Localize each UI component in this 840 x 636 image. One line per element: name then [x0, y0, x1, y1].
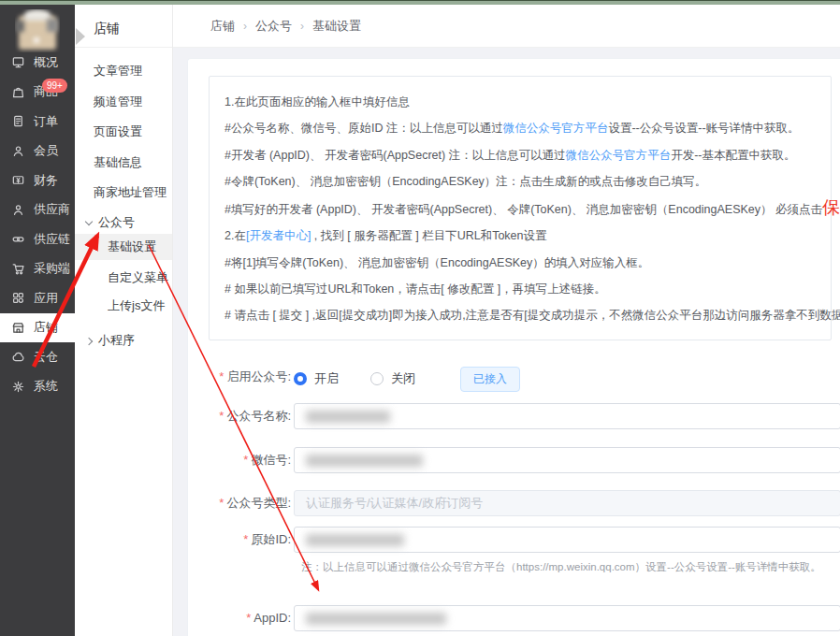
sidebar-item-label: 财务	[34, 172, 58, 189]
sidebar-item-orders[interactable]: 订单	[0, 107, 75, 137]
instruction-line: #令牌(ToKen)、 消息加密密钥（EncodingAESKey）注：点击生成…	[224, 168, 816, 195]
official-account-name-input[interactable]	[294, 403, 840, 429]
radio-label[interactable]: 开启	[314, 370, 339, 387]
inline-link[interactable]: [开发者中心]	[246, 229, 311, 242]
field-control	[294, 403, 840, 429]
sidebar-item-finance[interactable]: 财务	[0, 166, 75, 195]
account-type-input[interactable]: 认证服务号/认证媒体/政府订阅号	[294, 490, 840, 516]
app-logo[interactable]	[15, 9, 60, 52]
submenu-item-merchant-address[interactable]: 商家地址管理	[75, 180, 172, 206]
inline-link[interactable]: 微信公众号官方平台	[566, 149, 672, 162]
sidebar-item-supplier[interactable]: 供应商	[0, 195, 75, 225]
original-id-input[interactable]	[294, 527, 840, 553]
instruction-text: #公众号名称、微信号、原始ID 注：以上信息可以通过	[224, 122, 503, 135]
original-id-row: *原始ID:	[188, 527, 840, 553]
instruction-text: 1.在此页面相应的输入框中填好信息	[224, 95, 410, 108]
redacted-value	[306, 534, 404, 546]
sidebar-item-system[interactable]: 系统	[0, 372, 75, 402]
instruction-text: 开发--基本配置中获取。	[671, 149, 795, 162]
instruction-text: # 请点击 [ 提交 ] ,返回[提交成功]即为接入成功,注意是否有[提交成功提…	[224, 309, 840, 322]
submenu-item-article-manage[interactable]: 文章管理	[75, 58, 172, 84]
radio-label[interactable]: 关闭	[391, 370, 415, 387]
bag-icon	[11, 85, 25, 99]
main-content: 1.在此页面相应的输入框中填好信息#公众号名称、微信号、原始ID 注：以上信息可…	[173, 48, 840, 636]
sidebar-item-members[interactable]: 会员	[0, 137, 75, 166]
sidebar-item-overview[interactable]: 概况	[0, 48, 75, 78]
field-label: *公众号类型:	[188, 490, 291, 516]
breadcrumb-item[interactable]: 基础设置	[312, 19, 361, 33]
instruction-line: # 请点击 [ 提交 ] ,返回[提交成功]即为接入成功,注意是否有[提交成功提…	[224, 302, 816, 328]
inline-link[interactable]: 微信公众号官方平台	[503, 122, 609, 135]
cloud-icon	[11, 350, 25, 364]
submenu-item-upload-js-file[interactable]: 上传js文件	[75, 293, 172, 319]
sidebar-item-supply-chain[interactable]: 供应链	[0, 224, 75, 254]
breadcrumb-separator: ›	[243, 20, 247, 33]
field-label: *微信号:	[188, 447, 291, 473]
sidebar-item-apps[interactable]: 应用	[0, 283, 75, 313]
submenu-item-official-account[interactable]: 公众号	[75, 210, 172, 236]
save-emphasis-text: 保存	[822, 197, 840, 217]
instruction-line: #公众号名称、微信号、原始ID 注：以上信息可以通过微信公众号官方平台设置--公…	[224, 115, 816, 141]
sidebar-item-shop[interactable]: 店铺	[0, 313, 75, 343]
sidebar-item-label: 应用	[34, 290, 58, 307]
wechat-id-row: *微信号:	[188, 447, 840, 473]
supplier-icon	[11, 203, 25, 217]
monitor-icon	[11, 55, 25, 69]
content-card: 1.在此页面相应的输入框中填好信息#公众号名称、微信号、原始ID 注：以上信息可…	[187, 58, 840, 636]
submenu-item-label: 文章管理	[94, 64, 142, 78]
instruction-line: 2.在[开发者中心] , 找到 [ 服务器配置 ] 栏目下URL和Token设置	[224, 223, 816, 249]
gear-icon	[11, 380, 25, 394]
field-note: 注：以上信息可以通过微信公众号官方平台（https://mp.weixin.qq…	[301, 560, 821, 574]
breadcrumb-item[interactable]: 店铺	[210, 19, 235, 33]
submenu-item-page-setting[interactable]: 页面设置	[75, 119, 172, 145]
field-control: 认证服务号/认证媒体/政府订阅号	[294, 490, 840, 516]
instruction-line: # 如果以前已填写过URL和Token，请点击[ 修改配置 ]，再填写上述链接。	[224, 276, 816, 302]
radio-off[interactable]	[370, 372, 384, 385]
sidebar-collapse-handle[interactable]	[76, 28, 85, 45]
instruction-text: #令牌(ToKen)、 消息加密密钥（EncodingAESKey）注：点击生成…	[224, 175, 706, 188]
required-mark: *	[219, 369, 224, 383]
submenu-item-label: 基础信息	[94, 155, 142, 169]
finance-icon	[11, 173, 25, 187]
breadcrumb-item[interactable]: 公众号	[255, 19, 292, 33]
primary-sidebar-menu: 概况商品99+订单会员财务供应商供应链采购端应用店铺云仓系统	[0, 48, 75, 401]
radio-on[interactable]	[294, 372, 307, 385]
appid-input[interactable]	[294, 605, 840, 631]
sidebar-item-label: 系统	[34, 378, 58, 395]
submenu-item-mini-program[interactable]: 小程序	[75, 327, 172, 354]
wechat-id-input[interactable]	[294, 447, 840, 473]
sidebar-item-label: 订单	[34, 113, 58, 130]
connected-status-button[interactable]: 已接入	[460, 367, 520, 392]
instruction-text: #开发者 (AppID)、 开发者密码(AppSecret) 注：以上信息可以通…	[224, 149, 566, 162]
submenu-item-custom-menu[interactable]: 自定义菜单	[75, 265, 172, 291]
shop-icon	[11, 321, 25, 335]
primary-sidebar: 概况商品99+订单会员财务供应商供应链采购端应用店铺云仓系统	[0, 5, 75, 636]
instruction-line: #填写好的开发者 (AppID)、 开发者密码(AppSecret)、 令牌(T…	[224, 195, 816, 223]
enable-official-account-row: *启用公众号:开启关闭已接入	[188, 364, 840, 390]
apps-icon	[11, 291, 25, 305]
submenu-item-basic-setting[interactable]: 基础设置	[75, 234, 172, 260]
field-control	[294, 527, 840, 553]
submenu-item-label: 基础设置	[108, 239, 156, 253]
instruction-text: #填写好的开发者 (AppID)、 开发者密码(AppSecret)、 令牌(T…	[224, 203, 822, 216]
instruction-text: 设置--公众号设置--账号详情中获取。	[608, 122, 799, 135]
submenu-item-basic-info[interactable]: 基础信息	[75, 150, 172, 176]
sidebar-item-cloud-depot[interactable]: 云仓	[0, 342, 75, 372]
member-icon	[11, 144, 25, 158]
submenu-item-label: 上传js文件	[108, 298, 165, 312]
instruction-line: #开发者 (AppID)、 开发者密码(AppSecret) 注：以上信息可以通…	[224, 142, 816, 168]
field-control	[294, 605, 840, 631]
required-mark: *	[246, 611, 251, 625]
required-mark: *	[219, 496, 224, 510]
sidebar-item-label: 云仓	[34, 349, 58, 366]
count-badge: 99+	[42, 79, 67, 93]
sidebar-item-goods[interactable]: 商品99+	[0, 78, 75, 108]
official-account-name-row: *公众号名称:	[188, 403, 840, 429]
account-type-row: *公众号类型:认证服务号/认证媒体/政府订阅号	[188, 490, 840, 516]
submenu-item-channel-manage[interactable]: 频道管理	[75, 89, 172, 115]
sidebar-item-procurement[interactable]: 采购端	[0, 254, 75, 284]
field-label: *原始ID:	[188, 527, 291, 553]
field-label: *启用公众号:	[188, 364, 291, 390]
submenu-item-label: 小程序	[98, 333, 135, 347]
sidebar-item-label: 店铺	[34, 319, 58, 336]
